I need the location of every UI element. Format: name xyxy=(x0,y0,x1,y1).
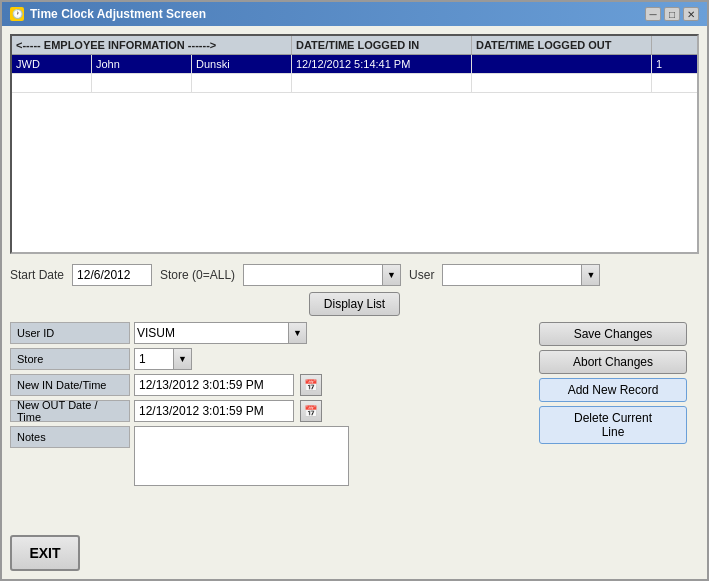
main-window: 🕐 Time Clock Adjustment Screen ─ □ ✕ <--… xyxy=(0,0,709,581)
table-row[interactable]: JWD John Dunski 12/12/2012 5:14:41 PM 1 xyxy=(12,55,697,74)
main-content: <----- EMPLOYEE INFORMATION ------> DATE… xyxy=(2,26,707,579)
cell-date-out xyxy=(472,74,652,92)
window-title: Time Clock Adjustment Screen xyxy=(30,7,206,21)
form-right: Save Changes Abort Changes Add New Recor… xyxy=(539,322,699,525)
user-id-combo-wrap: VISUM ▼ xyxy=(134,322,307,344)
user-id-dropdown-arrow[interactable]: ▼ xyxy=(289,322,307,344)
delete-line-1: Delete Current xyxy=(574,411,652,425)
title-bar-left: 🕐 Time Clock Adjustment Screen xyxy=(10,7,206,21)
cell-last xyxy=(192,74,292,92)
start-date-label: Start Date xyxy=(10,268,64,282)
store-select[interactable] xyxy=(243,264,383,286)
store-combo-wrap: ▼ xyxy=(243,264,401,286)
grid-header: <----- EMPLOYEE INFORMATION ------> DATE… xyxy=(12,36,697,55)
user-label: User xyxy=(409,268,434,282)
maximize-button[interactable]: □ xyxy=(664,7,680,21)
store-label-form: Store xyxy=(10,348,130,370)
save-changes-button[interactable]: Save Changes xyxy=(539,322,687,346)
new-out-row: New OUT Date / Time 📅 xyxy=(10,400,531,422)
new-in-label: New IN Date/Time xyxy=(10,374,130,396)
user-id-label: User ID xyxy=(10,322,130,344)
calendar-icon: 📅 xyxy=(304,379,318,392)
new-in-input[interactable] xyxy=(134,374,294,396)
store-row: Store ▼ xyxy=(10,348,531,370)
employee-grid: <----- EMPLOYEE INFORMATION ------> DATE… xyxy=(10,34,699,254)
cell-last: Dunski xyxy=(192,55,292,73)
cell-date-in: 12/12/2012 5:14:41 PM xyxy=(292,55,472,73)
title-bar: 🕐 Time Clock Adjustment Screen ─ □ ✕ xyxy=(2,2,707,26)
cell-first: John xyxy=(92,55,192,73)
user-dropdown-arrow[interactable]: ▼ xyxy=(582,264,600,286)
store-dropdown-btn[interactable]: ▼ xyxy=(174,348,192,370)
notes-textarea[interactable] xyxy=(134,426,349,486)
user-id-row: User ID VISUM ▼ xyxy=(10,322,531,344)
new-out-calendar-button[interactable]: 📅 xyxy=(300,400,322,422)
display-btn-row: Display List xyxy=(10,292,699,316)
delete-line-2: Line xyxy=(602,425,625,439)
notes-row: Notes xyxy=(10,426,531,525)
close-button[interactable]: ✕ xyxy=(683,7,699,21)
new-in-row: New IN Date/Time 📅 xyxy=(10,374,531,396)
abort-changes-button[interactable]: Abort Changes xyxy=(539,350,687,374)
user-combo-wrap: ▼ xyxy=(442,264,600,286)
user-select[interactable] xyxy=(442,264,582,286)
header-num xyxy=(652,36,699,54)
store-input-wrap: ▼ xyxy=(134,348,192,370)
notes-label: Notes xyxy=(10,426,130,448)
calendar-icon2: 📅 xyxy=(304,405,318,418)
header-date-out: DATE/TIME LOGGED OUT xyxy=(472,36,652,54)
delete-current-line-button[interactable]: Delete Current Line xyxy=(539,406,687,444)
header-date-in: DATE/TIME LOGGED IN xyxy=(292,36,472,54)
cell-num: 1 xyxy=(652,55,697,73)
minimize-button[interactable]: ─ xyxy=(645,7,661,21)
dropdown-arrow-icon: ▼ xyxy=(387,270,396,280)
new-out-input[interactable] xyxy=(134,400,294,422)
store-dropdown-arrow[interactable]: ▼ xyxy=(383,264,401,286)
user-id-select[interactable]: VISUM xyxy=(134,322,289,344)
store-input[interactable] xyxy=(134,348,174,370)
bottom-row: EXIT xyxy=(10,531,699,571)
cell-num xyxy=(652,74,697,92)
grid-body: JWD John Dunski 12/12/2012 5:14:41 PM 1 xyxy=(12,55,697,253)
add-new-record-button[interactable]: Add New Record xyxy=(539,378,687,402)
app-icon: 🕐 xyxy=(10,7,24,21)
exit-button[interactable]: EXIT xyxy=(10,535,80,571)
table-row[interactable] xyxy=(12,74,697,93)
display-list-button[interactable]: Display List xyxy=(309,292,400,316)
title-buttons: ─ □ ✕ xyxy=(645,7,699,21)
header-employee: <----- EMPLOYEE INFORMATION ------> xyxy=(12,36,292,54)
cell-first xyxy=(92,74,192,92)
form-area: User ID VISUM ▼ Store ▼ xyxy=(10,322,699,525)
dropdown-arrow-icon2: ▼ xyxy=(586,270,595,280)
start-date-input[interactable] xyxy=(72,264,152,286)
cell-id: JWD xyxy=(12,55,92,73)
new-out-label: New OUT Date / Time xyxy=(10,400,130,422)
cell-date-in xyxy=(292,74,472,92)
new-in-calendar-button[interactable]: 📅 xyxy=(300,374,322,396)
form-left: User ID VISUM ▼ Store ▼ xyxy=(10,322,531,525)
filter-row: Start Date Store (0=ALL) ▼ User ▼ xyxy=(10,260,699,290)
cell-date-out xyxy=(472,55,652,73)
store-label: Store (0=ALL) xyxy=(160,268,235,282)
cell-id xyxy=(12,74,92,92)
